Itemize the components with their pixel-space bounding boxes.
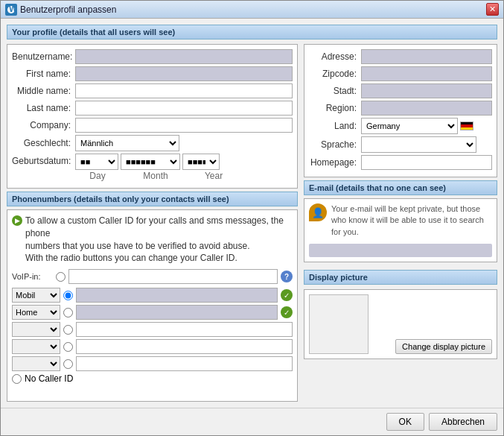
dob-month-select[interactable]: ■■■■■■ [121,154,180,170]
middlename-row: Middle name: [12,83,293,98]
company-input[interactable] [75,118,293,133]
dob-day-select[interactable]: ■■ [75,154,118,170]
extra-number-input-3[interactable] [76,356,293,371]
adresse-row: Adresse: [309,49,492,64]
no-caller-label: No Caller ID [25,373,73,384]
home-type-select[interactable]: Home [12,305,60,320]
adresse-label: Adresse: [309,51,361,62]
land-select[interactable]: Germany [361,118,458,134]
day-sublabel: Day [75,171,120,181]
extra-radio-2[interactable] [63,342,73,352]
adresse-input[interactable] [361,49,492,64]
profile-section-header: Your profile (details that all users wil… [7,25,497,40]
phone-section-header: Phonenumbers (details that only your con… [7,192,298,206]
app-icon: W [5,4,17,16]
no-caller-radio[interactable] [12,374,22,384]
geschlecht-label: Geschlecht: [12,138,75,148]
email-note: 👤 Your e-mail will be kept private, but … [309,203,492,238]
year-sublabel: Year [191,171,236,181]
homepage-input[interactable] [361,155,492,170]
sprache-row: Sprache: [309,136,492,153]
profile-form: Benutzername: First name: Middle name: [7,44,298,189]
home-row: Home ✓ [12,305,293,320]
display-picture-image [309,294,369,354]
sprache-label: Sprache: [309,139,361,150]
home-number-input[interactable] [76,305,278,320]
voip-label: VoIP-in: [12,272,53,281]
titlebar: W Benutzerprofil anpassen ✕ [1,1,503,19]
mobil-number-input[interactable] [76,288,278,303]
bottom-button-bar: OK Abbrechen [1,408,503,435]
mobil-verified-icon: ✓ [281,289,293,301]
main-grid: Benutzername: First name: Middle name: [7,44,497,402]
extra-row-3 [12,356,293,371]
mobil-type-select[interactable]: Mobil [12,288,60,303]
region-label: Region: [309,103,361,113]
no-caller-row: No Caller ID [12,373,293,384]
middlename-input[interactable] [75,83,293,98]
stadt-row: Stadt: [309,83,492,98]
firstname-input[interactable] [75,66,293,81]
stadt-label: Stadt: [309,86,361,96]
lastname-label: Last name: [12,103,75,113]
change-display-picture-button[interactable]: Change display picture [395,339,492,354]
close-button[interactable]: ✕ [486,3,499,16]
home-verified-icon: ✓ [281,306,293,318]
phone-note-text: To allow a custom Caller ID for your cal… [25,215,293,265]
email-section: 👤 Your e-mail will be kept private, but … [304,198,497,262]
home-radio[interactable] [63,308,73,317]
geburtsdatum-label: Geburtsdatum: [12,154,75,166]
display-picture-box: Change display picture [304,289,497,359]
land-label: Land: [309,121,361,131]
sprache-select[interactable] [361,136,476,153]
geschlecht-select[interactable]: Männlich Weiblich [75,135,179,151]
benutzername-label: Benutzername: [12,51,75,62]
voip-radio[interactable] [56,272,66,282]
firstname-row: First name: [12,66,293,81]
help-icon[interactable]: ? [281,271,293,282]
ok-button[interactable]: OK [386,413,424,431]
benutzername-input[interactable] [75,49,293,64]
voip-row: VoIP-in: ? [12,269,293,284]
phone-note: ▶ To allow a custom Caller ID for your c… [12,215,293,265]
extra-row-1 [12,322,293,337]
svg-text:W: W [9,5,16,14]
homepage-row: Homepage: [309,155,492,170]
email-display [309,244,492,257]
email-section-header: E-mail (details that no one can see) [304,180,497,195]
middlename-label: Middle name: [12,86,75,96]
cancel-button[interactable]: Abbrechen [429,413,497,431]
extra-type-select-3[interactable] [12,356,60,371]
lastname-row: Last name: [12,101,293,116]
zipcode-label: Zipcode: [309,69,361,79]
mobil-radio[interactable] [63,291,73,300]
extra-type-select-1[interactable] [12,322,60,337]
company-label: Company: [12,120,75,130]
zipcode-input[interactable] [361,66,492,81]
lastname-input[interactable] [75,101,293,116]
zipcode-row: Zipcode: [309,66,492,81]
extra-radio-3[interactable] [63,359,73,369]
homepage-label: Homepage: [309,157,361,168]
email-value [309,244,492,257]
stadt-input[interactable] [361,83,492,98]
extra-number-input-1[interactable] [76,322,293,337]
germany-flag-icon [460,121,473,130]
mobil-row: Mobil ✓ [12,288,293,303]
main-window: W Benutzerprofil anpassen ✕ Your profile… [0,0,504,436]
right-panel: Adresse: Zipcode: Stadt: R [304,44,497,402]
extra-number-input-2[interactable] [76,339,293,354]
geburtsdatum-row: Geburtsdatum: ■■ ■■■■■■ ■■■■ [12,154,293,181]
email-avatar-icon: 👤 [309,203,327,221]
company-row: Company: [12,118,293,133]
display-picture-section: Display picture Change display picture [304,270,497,359]
email-note-text: Your e-mail will be kept private, but th… [331,203,492,238]
firstname-label: First name: [12,69,75,79]
dob-year-select[interactable]: ■■■■ [182,154,220,170]
region-input[interactable] [361,101,492,116]
extra-type-select-2[interactable] [12,339,60,354]
extra-radio-1[interactable] [63,325,73,335]
phone-note-icon: ▶ [12,215,22,226]
voip-input[interactable] [68,269,278,284]
content-area: Your profile (details that all users wil… [1,19,503,408]
